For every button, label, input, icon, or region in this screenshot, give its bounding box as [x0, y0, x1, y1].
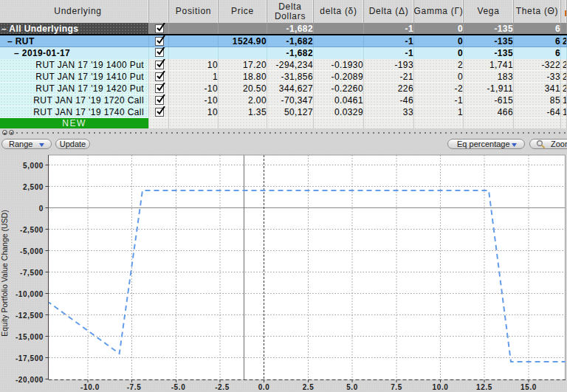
svg-text:-5,000: -5,000: [20, 247, 44, 255]
svg-text:5,000: 5,000: [23, 162, 44, 170]
svg-text:-2.5: -2.5: [215, 383, 230, 391]
svg-text:-10,000: -10,000: [16, 290, 44, 298]
svg-text:-5.0: -5.0: [171, 383, 186, 391]
svg-text:15.0: 15.0: [520, 383, 537, 391]
svg-text:0.0: 0.0: [258, 383, 270, 391]
svg-text:10.0: 10.0: [433, 383, 449, 391]
svg-text:-7,500: -7,500: [20, 269, 44, 277]
svg-text:-17,500: -17,500: [16, 354, 44, 362]
svg-text:Equity Portfolio Value Change: Equity Portfolio Value Change (USD): [0, 210, 9, 336]
svg-text:-10.0: -10.0: [80, 383, 100, 391]
svg-text:-2,500: -2,500: [20, 226, 44, 234]
svg-text:0: 0: [39, 204, 44, 213]
svg-text:-7.5: -7.5: [127, 383, 142, 391]
svg-text:-15,000: -15,000: [16, 333, 44, 341]
svg-text:5.0: 5.0: [346, 383, 358, 391]
svg-text:7.5: 7.5: [391, 383, 402, 391]
svg-text:-12,500: -12,500: [16, 312, 44, 320]
svg-text:-20,000: -20,000: [16, 376, 44, 384]
svg-text:12.5: 12.5: [476, 383, 492, 391]
svg-text:2,500: 2,500: [23, 183, 44, 191]
svg-text:2.5: 2.5: [303, 383, 315, 391]
